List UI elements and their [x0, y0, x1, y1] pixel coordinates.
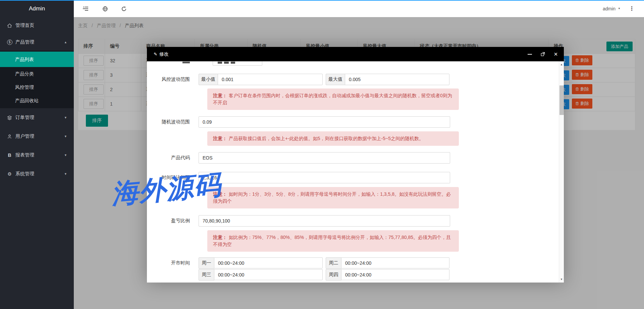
form-row-pl-ratio: 盈亏比例: [147, 215, 559, 227]
sidebar-item-label: 用户管理: [15, 133, 34, 139]
note-text: 如比例为：75%、77%，80%、85%，则请用字母逗号将比例分开，如输入：75…: [213, 235, 451, 247]
form-row-open-time-2: 周三 周四: [147, 269, 559, 281]
home-icon: [7, 23, 12, 28]
sidebar-item-product-category[interactable]: 产品分类: [0, 67, 74, 80]
scroll-down-icon[interactable]: ▼: [559, 278, 564, 281]
field-label: 盈亏比例: [147, 215, 199, 224]
time-play-input[interactable]: [199, 172, 450, 183]
thursday-time-input[interactable]: [341, 269, 449, 280]
clipped-text-fragment: [231, 62, 235, 64]
modal-title: 修改: [159, 51, 169, 57]
form-row-product-code: 产品代码: [147, 152, 559, 164]
monday-time-input[interactable]: [214, 257, 323, 268]
clipped-text-fragment: [218, 62, 222, 64]
sidebar-submenu: 产品列表 产品分类 风控管理 产品回收站: [0, 51, 74, 108]
field-label: 风控波动范围: [147, 74, 199, 82]
category-select[interactable]: [213, 61, 262, 66]
chevron-down-icon: ▼: [64, 153, 67, 157]
tuesday-group: 周二: [326, 257, 449, 269]
collapse-sidebar-icon[interactable]: [81, 4, 90, 13]
random-range-input[interactable]: [199, 116, 450, 128]
close-icon[interactable]: ✕: [553, 52, 558, 57]
minimize-icon[interactable]: [527, 52, 532, 57]
modal-scrollbar[interactable]: ▲ ▼: [559, 61, 564, 283]
tuesday-time-input[interactable]: [341, 257, 449, 268]
layers-icon: [7, 115, 12, 120]
username: admin: [603, 6, 615, 11]
form-row-clipped: [147, 61, 559, 66]
modal-controls: ✕: [527, 47, 558, 61]
edit-product-modal: ✎ 修改 ✕: [147, 47, 564, 283]
topbar: admin ▼ ⋮: [74, 0, 644, 17]
sidebar-item-risk-management[interactable]: 风控管理: [0, 80, 74, 94]
sidebar-item-home[interactable]: 管理首页: [0, 17, 74, 34]
form-row-open-time-1: 开市时间 周一 周二: [147, 257, 559, 269]
random-range-note: 注意：产品获取接口值后，会加上+-此处的值。如5，则在接口获取的数据中加上-5~…: [207, 131, 459, 146]
max-addon: 最大值: [326, 74, 345, 85]
day-addon: 周一: [199, 257, 214, 269]
note-text: 客户订单在条件范围内时，会根据订单的涨或跌，自动减或加最小值与最大值之间的随机数…: [213, 93, 452, 105]
wednesday-time-input[interactable]: [214, 269, 323, 280]
risk-max-input[interactable]: [345, 74, 449, 85]
sidebar: Admin 管理首页 $ 产品管理 ▲ 产品列表 产品分类 风控管理 产品回收站: [0, 0, 74, 309]
note-prefix: 注意：: [213, 235, 227, 240]
clipped-text-fragment: [182, 62, 190, 63]
note-prefix: 注意：: [213, 136, 227, 141]
chevron-down-icon: ▼: [618, 7, 621, 10]
sidebar-item-label: 管理首页: [15, 22, 34, 28]
sidebar-item-reports[interactable]: B 报表管理 ▼: [0, 146, 74, 165]
scroll-up-icon[interactable]: ▲: [559, 63, 564, 66]
modal-header[interactable]: ✎ 修改 ✕: [147, 47, 564, 61]
field-label: 产品代码: [147, 152, 199, 161]
refresh-icon[interactable]: [119, 4, 128, 13]
min-group: 最小值: [199, 74, 323, 85]
chevron-down-icon: ▼: [64, 135, 67, 138]
chevron-up-icon: ▲: [64, 41, 67, 44]
scrollbar-thumb[interactable]: [559, 85, 564, 115]
clipped-label: [147, 61, 199, 64]
sidebar-item-product-list[interactable]: 产品列表: [0, 52, 74, 67]
kebab-menu-icon[interactable]: ⋮: [629, 0, 635, 17]
thursday-group: 周四: [326, 269, 449, 281]
top-accent-line: [0, 0, 644, 1]
field-label-spacer: [147, 269, 199, 272]
sidebar-item-label: 报表管理: [15, 152, 34, 158]
min-addon: 最小值: [199, 74, 218, 85]
sidebar-item-label: 系统管理: [15, 171, 34, 177]
form-row-risk-range: 风控波动范围 最小值 最大值: [147, 74, 559, 85]
sidebar-item-label: 订单管理: [15, 115, 34, 121]
note-text: 产品获取接口值后，会加上+-此处的值。如5，则在接口获取的数据中加上-5~5之间…: [229, 136, 424, 141]
sidebar-item-system[interactable]: ⚙ 系统管理 ▼: [0, 165, 74, 183]
note-text: 如时间为：1分、3分、5分、8分，则请用字母逗号将时间分开，如输入：1,3,5,…: [213, 191, 451, 204]
risk-range-note: 注意：客户订单在条件范围内时，会根据订单的涨或跌，自动减或加最小值与最大值之间的…: [207, 88, 459, 110]
monday-group: 周一: [199, 257, 323, 269]
pl-ratio-note: 注意：如比例为：75%、77%，80%、85%，则请用字母逗号将比例分开，如输入…: [207, 230, 459, 252]
product-code-input[interactable]: [199, 152, 450, 164]
dollar-circle-icon: $: [7, 40, 12, 45]
sidebar-item-orders[interactable]: 订单管理 ▼: [0, 108, 74, 127]
chevron-down-icon: ▼: [64, 172, 67, 176]
max-group: 最大值: [326, 74, 449, 85]
user-menu[interactable]: admin ▼: [603, 0, 621, 17]
day-addon: 周四: [326, 269, 341, 281]
pl-ratio-input[interactable]: [199, 215, 450, 227]
sidebar-item-label: 产品管理: [15, 39, 34, 45]
user-icon: [7, 134, 12, 139]
sidebar-item-products[interactable]: $ 产品管理 ▲: [0, 34, 74, 51]
maximize-icon[interactable]: [540, 52, 545, 57]
globe-icon[interactable]: [101, 4, 109, 13]
form-row-random-range: 随机波动范围: [147, 116, 559, 128]
chevron-down-icon: ▼: [64, 116, 67, 119]
note-prefix: 注意：: [213, 93, 227, 98]
app-logo-title: Admin: [0, 0, 74, 17]
wednesday-group: 周三: [199, 269, 323, 281]
pencil-icon: ✎: [154, 52, 157, 57]
report-icon: B: [7, 152, 12, 158]
sidebar-item-product-recycle[interactable]: 产品回收站: [0, 94, 74, 107]
day-addon: 周二: [326, 257, 341, 269]
field-label: 随机波动范围: [147, 116, 199, 125]
admin-page: Admin 管理首页 $ 产品管理 ▲ 产品列表 产品分类 风控管理 产品回收站: [0, 0, 644, 309]
clipped-text-fragment: [224, 62, 229, 64]
risk-min-input[interactable]: [218, 74, 323, 85]
sidebar-item-users[interactable]: 用户管理 ▼: [0, 127, 74, 146]
